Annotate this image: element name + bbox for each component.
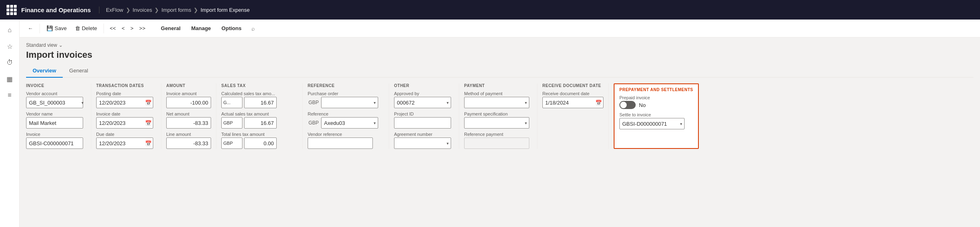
save-label: Save bbox=[55, 25, 67, 31]
nav-prev-button[interactable]: < bbox=[119, 24, 127, 33]
currency-select-2[interactable]: GBP bbox=[221, 117, 242, 129]
approved-by-label: Approved by bbox=[394, 91, 454, 96]
reference-payment-label: Reference payment bbox=[464, 132, 532, 137]
invoice-fields: Vendor account GB_SI_000003 ▾ Vendor nam… bbox=[26, 91, 86, 149]
tab-overview[interactable]: Overview bbox=[26, 65, 63, 78]
calculated-tax-input[interactable] bbox=[244, 97, 277, 108]
prepaid-toggle[interactable] bbox=[619, 101, 636, 109]
toolbar: ← 💾 Save 🗑 Delete << < > >> General Mana… bbox=[20, 20, 980, 37]
tab-manage-button[interactable]: Manage bbox=[186, 24, 216, 33]
nav-last-button[interactable]: >> bbox=[137, 24, 148, 33]
view-selector-label: Standard view bbox=[26, 42, 57, 48]
other-fields: Approved by 000672 ▾ Project ID Agreemen… bbox=[394, 91, 454, 149]
due-date-wrapper: 📅 bbox=[96, 138, 153, 149]
sidebar-recent-icon[interactable]: ⏱ bbox=[2, 55, 17, 70]
breadcrumb-sep3: ❯ bbox=[194, 7, 198, 13]
payment-header: PAYMENT bbox=[464, 83, 532, 91]
total-tax-label: Total lines tax amount bbox=[221, 132, 297, 137]
purchase-order-select[interactable] bbox=[321, 97, 378, 108]
invoice-input[interactable] bbox=[26, 138, 83, 149]
line-amount-label: Line amount bbox=[166, 132, 211, 137]
purchase-order-field: Purchase order GBP ▾ bbox=[308, 91, 384, 108]
receive-date-input[interactable] bbox=[542, 97, 603, 108]
purchase-order-currency: GBP bbox=[308, 100, 319, 105]
delete-label: Delete bbox=[82, 25, 97, 31]
delete-button[interactable]: 🗑 Delete bbox=[72, 24, 101, 33]
currency-select-1[interactable]: G... bbox=[221, 97, 242, 108]
total-tax-input[interactable] bbox=[244, 138, 277, 149]
agreement-number-select[interactable] bbox=[394, 138, 451, 149]
vendor-reference-input[interactable] bbox=[308, 138, 373, 149]
save-button[interactable]: 💾 Save bbox=[43, 24, 70, 33]
breadcrumb-sep2: ❯ bbox=[154, 7, 159, 13]
vendor-name-field: Vendor name bbox=[26, 111, 86, 129]
breadcrumb-import-forms[interactable]: Import forms bbox=[161, 7, 191, 13]
page-tabs: Overview General bbox=[26, 65, 973, 78]
other-section: OTHER Approved by 000672 ▾ Project ID bbox=[394, 83, 459, 149]
due-date-calendar-icon[interactable]: 📅 bbox=[145, 140, 152, 146]
tab-general-button[interactable]: General bbox=[156, 24, 185, 33]
breadcrumb-exflow[interactable]: ExFlow bbox=[106, 7, 123, 13]
invoice-date-field: Invoice date 📅 bbox=[96, 111, 156, 129]
view-selector[interactable]: Standard view ⌄ bbox=[26, 42, 973, 48]
sidebar-home-icon[interactable]: ⌂ bbox=[2, 23, 17, 37]
vendor-reference-label: Vendor reference bbox=[308, 132, 384, 137]
due-date-field: Due date 📅 bbox=[96, 132, 156, 149]
due-date-input[interactable] bbox=[96, 138, 153, 149]
posting-date-input[interactable] bbox=[96, 97, 153, 108]
reference-field: Reference GBP Axedu03 ▾ bbox=[308, 111, 384, 129]
net-amount-label: Net amount bbox=[166, 111, 211, 116]
sidebar-chart-icon[interactable]: ▦ bbox=[2, 72, 17, 86]
net-amount-input[interactable] bbox=[166, 117, 211, 129]
posting-date-label: Posting date bbox=[96, 91, 156, 96]
nav-first-button[interactable]: << bbox=[107, 24, 118, 33]
invoice-field: Invoice bbox=[26, 132, 86, 149]
line-amount-input[interactable] bbox=[166, 138, 211, 149]
search-button[interactable]: ⌕ bbox=[248, 24, 258, 33]
receive-date-calendar-icon[interactable]: 📅 bbox=[595, 100, 602, 106]
sales-tax-header: SALES TAX bbox=[221, 83, 297, 91]
settle-select[interactable]: GBSI-D000000071 bbox=[619, 118, 685, 129]
approved-by-field: Approved by 000672 ▾ bbox=[394, 91, 454, 108]
tab-options-button[interactable]: Options bbox=[217, 24, 247, 33]
reference-select[interactable]: Axedu03 bbox=[321, 117, 378, 129]
method-select[interactable] bbox=[464, 97, 529, 108]
settle-to-invoice-field: Settle to invoice GBSI-D000000071 ▾ bbox=[619, 112, 693, 129]
invoice-date-input[interactable] bbox=[96, 117, 153, 129]
sidebar-star-icon[interactable]: ☆ bbox=[2, 39, 17, 54]
posting-date-calendar-icon[interactable]: 📅 bbox=[145, 100, 152, 106]
total-tax-field: Total lines tax amount GBP bbox=[221, 132, 297, 149]
approved-by-select[interactable]: 000672 bbox=[394, 97, 451, 108]
receive-doc-header: RECEIVE DOCUMENT DATE bbox=[542, 83, 603, 91]
vendor-name-label: Vendor name bbox=[26, 111, 86, 116]
form-sections: INVOICE Vendor account GB_SI_000003 ▾ Ve… bbox=[26, 83, 973, 149]
vendor-account-select[interactable]: GB_SI_000003 bbox=[26, 97, 83, 108]
reference-payment-input bbox=[464, 138, 529, 149]
invoice-amount-input[interactable] bbox=[166, 97, 211, 108]
breadcrumb-sep1: ❯ bbox=[126, 7, 130, 13]
sidebar-list-icon[interactable]: ≡ bbox=[2, 88, 17, 103]
apps-icon[interactable] bbox=[5, 3, 18, 16]
invoice-date-label: Invoice date bbox=[96, 111, 156, 116]
project-id-input[interactable] bbox=[394, 117, 451, 129]
back-button[interactable]: ← bbox=[24, 24, 36, 33]
invoice-date-calendar-icon[interactable]: 📅 bbox=[145, 120, 152, 126]
tab-general[interactable]: General bbox=[63, 65, 95, 78]
specification-select[interactable] bbox=[464, 117, 529, 129]
vendor-account-field: Vendor account GB_SI_000003 ▾ bbox=[26, 91, 86, 108]
reference-fields: Purchase order GBP ▾ Reference bbox=[308, 91, 384, 149]
prepayment-header: PREPAYMENT AND SETTLEMENTS bbox=[619, 87, 693, 95]
transaction-dates-section: TRANSACTION DATES Posting date 📅 Invoice… bbox=[96, 83, 161, 149]
actual-tax-input[interactable] bbox=[244, 117, 277, 129]
reference-currency: GBP bbox=[308, 120, 319, 126]
currency-select-3[interactable]: GBP bbox=[221, 138, 242, 149]
nav-next-button[interactable]: > bbox=[128, 24, 136, 33]
save-icon: 💾 bbox=[46, 25, 53, 31]
breadcrumb-invoices[interactable]: Invoices bbox=[133, 7, 152, 13]
left-sidebar: ⌂ ☆ ⏱ ▦ ≡ bbox=[0, 20, 20, 154]
prepaid-invoice-field: Prepaid invoice No bbox=[619, 95, 693, 109]
calculated-tax-field: Calculated sales tax amo... G... bbox=[221, 91, 297, 108]
vendor-name-input[interactable] bbox=[26, 117, 83, 129]
purchase-order-label: Purchase order bbox=[308, 91, 384, 96]
specification-label: Payment specification bbox=[464, 111, 532, 116]
